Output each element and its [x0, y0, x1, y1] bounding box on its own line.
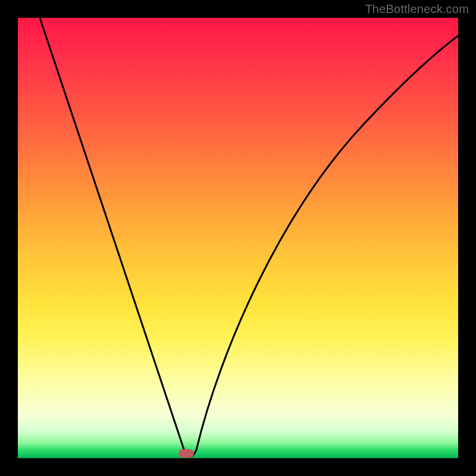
curve-layer: [18, 18, 458, 458]
watermark-text: TheBottleneck.com: [365, 2, 469, 16]
bottleneck-curve: [40, 18, 458, 457]
plot-area: [18, 18, 458, 458]
optimal-marker: [178, 449, 194, 458]
chart-frame: TheBottleneck.com: [0, 0, 476, 476]
